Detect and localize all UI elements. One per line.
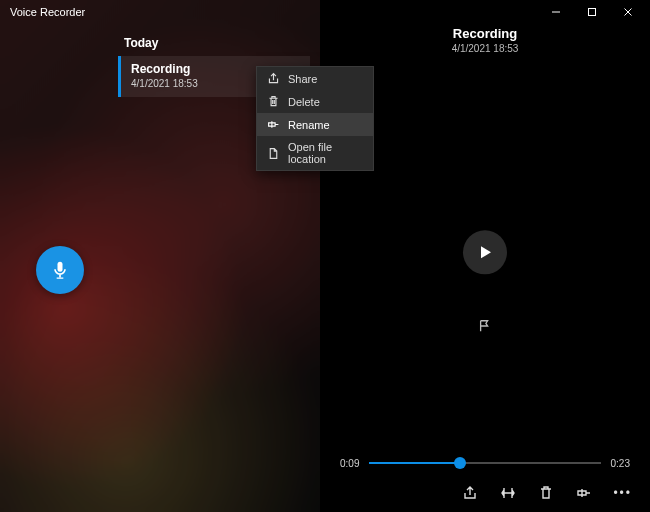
ctx-delete[interactable]: Delete	[257, 90, 373, 113]
player-meta: 4/1/2021 18:53	[320, 43, 650, 54]
time-current: 0:09	[340, 458, 359, 469]
ctx-open-label: Open file location	[288, 141, 363, 165]
share-button[interactable]	[461, 484, 479, 502]
delete-button[interactable]	[537, 484, 555, 502]
rename-button[interactable]	[575, 484, 593, 502]
share-icon	[267, 72, 280, 85]
file-icon	[267, 147, 280, 160]
rename-icon	[267, 118, 280, 131]
close-button[interactable]	[610, 0, 646, 24]
rename-icon	[576, 485, 592, 501]
time-total: 0:23	[611, 458, 630, 469]
record-button[interactable]	[36, 246, 84, 294]
svg-rect-5	[57, 278, 64, 279]
player-title: Recording	[320, 26, 650, 41]
svg-marker-6	[481, 246, 491, 258]
app-root: Voice Recorder Today Recording 4/1/2021 …	[0, 0, 650, 512]
track-line	[369, 462, 600, 464]
action-bar: •••	[320, 476, 650, 512]
flag-marker[interactable]	[478, 319, 492, 337]
close-icon	[623, 7, 633, 17]
microphone-icon	[50, 260, 70, 280]
window-controls	[538, 0, 646, 24]
ctx-delete-label: Delete	[288, 96, 320, 108]
minimize-icon	[551, 7, 561, 17]
timeline: 0:09 0:23	[320, 456, 650, 476]
trim-button[interactable]	[499, 484, 517, 502]
ctx-rename[interactable]: Rename	[257, 113, 373, 136]
svg-rect-1	[589, 9, 596, 16]
trash-icon	[538, 485, 554, 501]
maximize-icon	[587, 7, 597, 17]
ellipsis-icon: •••	[613, 486, 632, 500]
context-menu: Share Delete Rename Open file location	[256, 66, 374, 171]
trash-icon	[267, 95, 280, 108]
play-icon	[477, 244, 493, 260]
section-header: Today	[0, 30, 320, 56]
share-icon	[462, 485, 478, 501]
seek-track[interactable]	[369, 456, 600, 470]
svg-rect-4	[59, 275, 61, 278]
trim-icon	[500, 485, 516, 501]
more-button[interactable]: •••	[613, 486, 632, 500]
track-progress	[369, 462, 459, 464]
flag-icon	[478, 319, 492, 333]
ctx-share-label: Share	[288, 73, 317, 85]
ctx-open-location[interactable]: Open file location	[257, 136, 373, 170]
titlebar: Voice Recorder	[0, 0, 650, 24]
play-button[interactable]	[463, 230, 507, 274]
ctx-rename-label: Rename	[288, 119, 330, 131]
maximize-button[interactable]	[574, 0, 610, 24]
window-title: Voice Recorder	[10, 6, 85, 18]
ctx-share[interactable]: Share	[257, 67, 373, 90]
minimize-button[interactable]	[538, 0, 574, 24]
seek-thumb[interactable]	[454, 457, 466, 469]
